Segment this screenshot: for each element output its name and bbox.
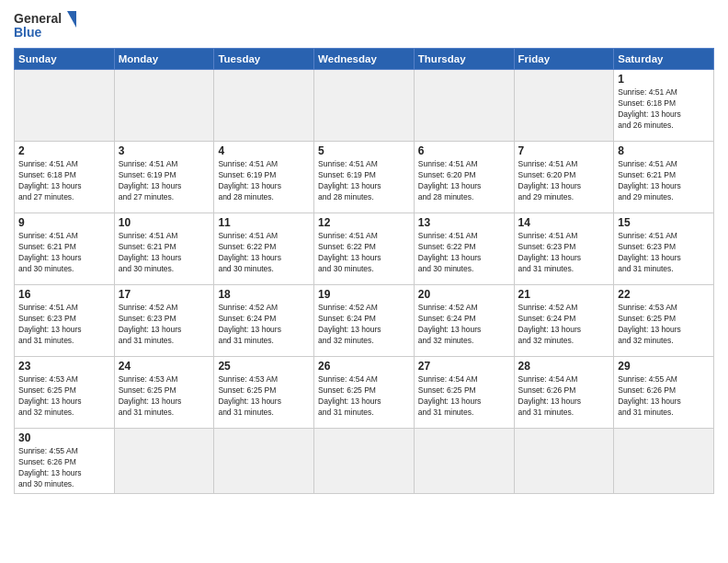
calendar-day-cell: 29Sunrise: 4:55 AM Sunset: 6:26 PM Dayli… — [614, 357, 714, 429]
day-number: 13 — [418, 216, 510, 229]
day-number: 6 — [418, 144, 510, 157]
weekday-header-monday: Monday — [114, 49, 214, 70]
calendar-week-row: 9Sunrise: 4:51 AM Sunset: 6:21 PM Daylig… — [15, 213, 714, 285]
calendar-day-cell: 6Sunrise: 4:51 AM Sunset: 6:20 PM Daylig… — [414, 142, 514, 213]
day-number: 30 — [18, 431, 110, 444]
day-info: Sunrise: 4:53 AM Sunset: 6:25 PM Dayligh… — [218, 374, 310, 419]
calendar-week-row: 30Sunrise: 4:55 AM Sunset: 6:26 PM Dayli… — [15, 429, 714, 494]
day-info: Sunrise: 4:51 AM Sunset: 6:21 PM Dayligh… — [119, 231, 210, 275]
calendar-day-cell: 30Sunrise: 4:55 AM Sunset: 6:26 PM Dayli… — [15, 429, 115, 494]
weekday-header-tuesday: Tuesday — [214, 49, 314, 70]
day-number: 25 — [218, 360, 310, 373]
calendar-day-cell: 21Sunrise: 4:52 AM Sunset: 6:24 PM Dayli… — [514, 285, 614, 357]
calendar-day-cell: 4Sunrise: 4:51 AM Sunset: 6:19 PM Daylig… — [214, 142, 314, 213]
calendar-day-cell: 23Sunrise: 4:53 AM Sunset: 6:25 PM Dayli… — [15, 357, 115, 429]
calendar-day-cell — [314, 429, 415, 494]
day-number: 16 — [18, 288, 110, 301]
calendar-day-cell: 16Sunrise: 4:51 AM Sunset: 6:23 PM Dayli… — [15, 285, 115, 357]
calendar-day-cell: 26Sunrise: 4:54 AM Sunset: 6:25 PM Dayli… — [314, 357, 415, 429]
calendar-day-cell — [414, 429, 514, 494]
calendar-week-row: 23Sunrise: 4:53 AM Sunset: 6:25 PM Dayli… — [15, 357, 714, 429]
day-number: 1 — [618, 73, 710, 86]
day-number: 4 — [218, 144, 310, 157]
calendar-day-cell: 19Sunrise: 4:52 AM Sunset: 6:24 PM Dayli… — [314, 285, 415, 357]
day-info: Sunrise: 4:51 AM Sunset: 6:20 PM Dayligh… — [518, 159, 610, 203]
calendar-table: SundayMondayTuesdayWednesdayThursdayFrid… — [14, 48, 714, 494]
day-number: 8 — [618, 144, 710, 157]
day-info: Sunrise: 4:51 AM Sunset: 6:19 PM Dayligh… — [318, 159, 410, 203]
day-number: 21 — [518, 288, 610, 301]
day-info: Sunrise: 4:53 AM Sunset: 6:25 PM Dayligh… — [119, 374, 210, 419]
calendar-day-cell: 18Sunrise: 4:52 AM Sunset: 6:24 PM Dayli… — [214, 285, 314, 357]
day-info: Sunrise: 4:51 AM Sunset: 6:19 PM Dayligh… — [218, 159, 310, 203]
day-info: Sunrise: 4:51 AM Sunset: 6:21 PM Dayligh… — [18, 231, 110, 275]
weekday-header-row: SundayMondayTuesdayWednesdayThursdayFrid… — [15, 49, 714, 70]
day-number: 29 — [618, 360, 710, 373]
calendar-day-cell — [614, 429, 714, 494]
day-number: 17 — [119, 288, 210, 301]
day-info: Sunrise: 4:51 AM Sunset: 6:18 PM Dayligh… — [18, 159, 110, 203]
day-info: Sunrise: 4:55 AM Sunset: 6:26 PM Dayligh… — [618, 374, 710, 419]
calendar-week-row: 16Sunrise: 4:51 AM Sunset: 6:23 PM Dayli… — [15, 285, 714, 357]
calendar-day-cell: 8Sunrise: 4:51 AM Sunset: 6:21 PM Daylig… — [614, 142, 714, 213]
day-info: Sunrise: 4:51 AM Sunset: 6:22 PM Dayligh… — [318, 231, 410, 275]
day-info: Sunrise: 4:54 AM Sunset: 6:26 PM Dayligh… — [518, 374, 610, 419]
day-number: 3 — [119, 144, 210, 157]
weekday-header-wednesday: Wednesday — [314, 49, 415, 70]
weekday-header-friday: Friday — [514, 49, 614, 70]
calendar-day-cell: 12Sunrise: 4:51 AM Sunset: 6:22 PM Dayli… — [314, 213, 415, 285]
calendar-day-cell: 1Sunrise: 4:51 AM Sunset: 6:18 PM Daylig… — [614, 70, 714, 142]
day-number: 2 — [18, 144, 110, 157]
day-number: 28 — [518, 360, 610, 373]
day-number: 27 — [418, 360, 510, 373]
day-info: Sunrise: 4:54 AM Sunset: 6:25 PM Dayligh… — [418, 374, 510, 419]
calendar-day-cell: 27Sunrise: 4:54 AM Sunset: 6:25 PM Dayli… — [414, 357, 514, 429]
calendar-day-cell — [214, 429, 314, 494]
svg-marker-2 — [67, 11, 76, 28]
day-info: Sunrise: 4:51 AM Sunset: 6:20 PM Dayligh… — [418, 159, 510, 203]
day-info: Sunrise: 4:52 AM Sunset: 6:24 PM Dayligh… — [318, 303, 410, 347]
day-info: Sunrise: 4:55 AM Sunset: 6:26 PM Dayligh… — [18, 446, 110, 490]
logo: GeneralBlue — [14, 9, 87, 42]
calendar-day-cell — [314, 70, 415, 142]
calendar-day-cell: 17Sunrise: 4:52 AM Sunset: 6:23 PM Dayli… — [114, 285, 214, 357]
calendar-day-cell: 15Sunrise: 4:51 AM Sunset: 6:23 PM Dayli… — [614, 213, 714, 285]
day-info: Sunrise: 4:51 AM Sunset: 6:18 PM Dayligh… — [618, 87, 710, 132]
day-info: Sunrise: 4:51 AM Sunset: 6:22 PM Dayligh… — [218, 231, 310, 275]
calendar-day-cell — [114, 429, 214, 494]
day-info: Sunrise: 4:53 AM Sunset: 6:25 PM Dayligh… — [18, 374, 110, 419]
calendar-day-cell: 20Sunrise: 4:52 AM Sunset: 6:24 PM Dayli… — [414, 285, 514, 357]
svg-text:General: General — [14, 11, 62, 26]
weekday-header-thursday: Thursday — [414, 49, 514, 70]
calendar-week-row: 1Sunrise: 4:51 AM Sunset: 6:18 PM Daylig… — [15, 70, 714, 142]
calendar-day-cell — [514, 429, 614, 494]
day-info: Sunrise: 4:52 AM Sunset: 6:24 PM Dayligh… — [518, 303, 610, 347]
day-info: Sunrise: 4:52 AM Sunset: 6:23 PM Dayligh… — [119, 303, 210, 347]
calendar-day-cell — [214, 70, 314, 142]
calendar-day-cell: 10Sunrise: 4:51 AM Sunset: 6:21 PM Dayli… — [114, 213, 214, 285]
day-number: 24 — [119, 360, 210, 373]
day-number: 11 — [218, 216, 310, 229]
weekday-header-saturday: Saturday — [614, 49, 714, 70]
day-info: Sunrise: 4:52 AM Sunset: 6:24 PM Dayligh… — [218, 303, 310, 347]
calendar-day-cell: 13Sunrise: 4:51 AM Sunset: 6:22 PM Dayli… — [414, 213, 514, 285]
day-info: Sunrise: 4:51 AM Sunset: 6:22 PM Dayligh… — [418, 231, 510, 275]
day-number: 10 — [119, 216, 210, 229]
calendar-day-cell — [114, 70, 214, 142]
day-number: 9 — [18, 216, 110, 229]
calendar-day-cell: 5Sunrise: 4:51 AM Sunset: 6:19 PM Daylig… — [314, 142, 415, 213]
calendar-day-cell: 11Sunrise: 4:51 AM Sunset: 6:22 PM Dayli… — [214, 213, 314, 285]
day-info: Sunrise: 4:51 AM Sunset: 6:23 PM Dayligh… — [18, 303, 110, 347]
day-info: Sunrise: 4:51 AM Sunset: 6:23 PM Dayligh… — [618, 231, 710, 275]
calendar-day-cell: 25Sunrise: 4:53 AM Sunset: 6:25 PM Dayli… — [214, 357, 314, 429]
day-number: 20 — [418, 288, 510, 301]
svg-text:Blue: Blue — [14, 25, 42, 40]
day-info: Sunrise: 4:52 AM Sunset: 6:24 PM Dayligh… — [418, 303, 510, 347]
calendar-day-cell: 22Sunrise: 4:53 AM Sunset: 6:25 PM Dayli… — [614, 285, 714, 357]
weekday-header-sunday: Sunday — [15, 49, 115, 70]
day-number: 5 — [318, 144, 410, 157]
calendar-day-cell: 9Sunrise: 4:51 AM Sunset: 6:21 PM Daylig… — [15, 213, 115, 285]
calendar-day-cell — [15, 70, 115, 142]
calendar-week-row: 2Sunrise: 4:51 AM Sunset: 6:18 PM Daylig… — [15, 142, 714, 213]
calendar-day-cell: 28Sunrise: 4:54 AM Sunset: 6:26 PM Dayli… — [514, 357, 614, 429]
